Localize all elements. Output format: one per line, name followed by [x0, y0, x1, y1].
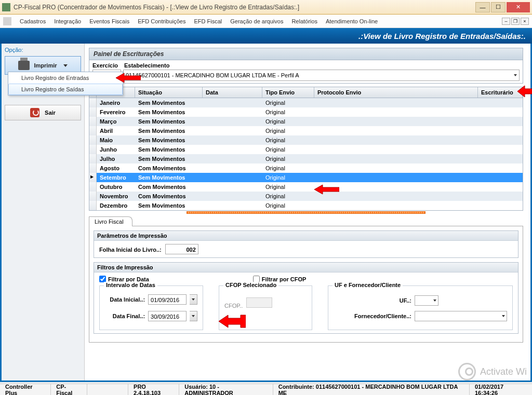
window-minimize-button[interactable]: — [475, 2, 490, 12]
menu-eventos-fiscais[interactable]: Eventos Fiscais [85, 16, 134, 26]
grid-cell-situacao: Sem Movimentos [135, 109, 203, 115]
grid-cell-situacao: Sem Movimentos [135, 100, 203, 106]
svg-marker-2 [219, 315, 246, 328]
grid-header-data[interactable]: Data [203, 87, 262, 98]
sair-button[interactable]: Sair [5, 105, 81, 120]
grid-row[interactable]: AgostoCom MovimentosOriginal [89, 164, 523, 173]
grid-row-indicator [89, 107, 97, 117]
annotation-arrow-icon [517, 85, 532, 98]
annotation-arrow-icon [219, 314, 246, 329]
grid-cell-situacao: Sem Movimentos [135, 202, 203, 209]
grid-row[interactable]: NovembroCom MovimentosOriginal [89, 192, 523, 201]
data-inicial-caret[interactable] [190, 294, 197, 305]
grid-cell-situacao: Sem Movimentos [135, 174, 203, 181]
escrituracoes-grid: Mês Situação Data Tipo Envio Protocolo E… [89, 87, 523, 211]
estabelecimento-label: Estabelecimento [124, 62, 169, 69]
printer-icon [18, 61, 30, 70]
grid-header-escrituario[interactable]: Escriturário [478, 87, 523, 98]
grid-row-indicator [89, 173, 97, 182]
window-titlebar: CP-Fiscal PRO (Concentrador de Movimento… [0, 0, 532, 15]
grid-cell-mes: Junho [97, 146, 135, 153]
grid-cell-situacao: Com Movimentos [135, 193, 203, 199]
data-final-label: Data Final..: [105, 313, 145, 319]
grid-cell-mes: Agosto [97, 165, 135, 171]
grid-row[interactable]: DezembroSem MovimentosOriginal [89, 201, 523, 210]
power-icon [30, 108, 39, 117]
view-header: .:View de Livro Registro de Entradas/Saí… [0, 28, 532, 44]
data-inicial-input[interactable]: 01/09/2016 [148, 294, 187, 305]
mdi-restore-button[interactable]: ❐ [511, 18, 520, 25]
grid-row[interactable]: MaioSem MovimentosOriginal [89, 135, 523, 145]
filtrar-data-label: Filtrar por Data [108, 276, 149, 282]
tab-strip: Livro Fiscal [89, 216, 523, 226]
grid-row-indicator [89, 164, 97, 173]
grid-cell-situacao: Sem Movimentos [135, 128, 203, 134]
menu-efd-contribuicoes[interactable]: EFD Contribuições [134, 16, 190, 26]
grid-row[interactable]: JulhoSem MovimentosOriginal [89, 154, 523, 164]
status-cpfiscal: CP-Fiscal [51, 384, 87, 395]
tab-content: Parâmetros de Impressão Folha Inicial do… [89, 226, 523, 343]
status-controller: Controller Plus [0, 384, 51, 395]
grid-cell-mes: Dezembro [97, 202, 135, 209]
fornecedor-select[interactable] [415, 311, 507, 321]
grid-row[interactable]: SetembroSem MovimentosOriginal [89, 173, 523, 182]
data-final-input[interactable]: 30/09/2016 [148, 311, 187, 321]
grid-row[interactable]: OutubroCom MovimentosOriginal [89, 182, 523, 192]
filtrar-cfop-label: Filtrar por CFOP [262, 276, 307, 282]
grid-cell-tipo: Original [262, 137, 314, 143]
tab-livro-fiscal[interactable]: Livro Fiscal [89, 216, 132, 226]
grid-row[interactable]: AbrilSem MovimentosOriginal [89, 126, 523, 135]
splitter[interactable] [89, 211, 523, 214]
mdi-minimize-button[interactable]: – [502, 18, 510, 25]
grid-cell-mes: Setembro [97, 174, 135, 181]
window-close-button[interactable]: ✕ [507, 2, 530, 12]
grid-row[interactable]: MarçoSem MovimentosOriginal [89, 117, 523, 126]
grid-row-indicator [89, 117, 97, 126]
data-final-caret[interactable] [190, 311, 197, 321]
grid-header-tipo[interactable]: Tipo Envio [262, 87, 314, 98]
grid-cell-mes: Julho [97, 156, 135, 162]
grid-row-indicator [89, 98, 97, 107]
menu-efd-fiscal[interactable]: EFD Fiscal [190, 16, 226, 26]
menu-relatorios[interactable]: Relatórios [287, 16, 322, 26]
annotation-arrow-icon [116, 72, 141, 84]
grid-cell-mes: Março [97, 118, 135, 125]
panel-escrituracoes-header: Painel de Escriturações [89, 48, 523, 60]
grid-cell-mes: Outubro [97, 184, 135, 190]
status-datetime: 01/02/2017 16:34:26 [470, 384, 532, 395]
grid-cell-tipo: Original [262, 184, 314, 190]
grid-row[interactable]: FevereiroSem MovimentosOriginal [89, 107, 523, 117]
folha-inicial-input[interactable]: 002 [165, 244, 198, 254]
estabelecimento-select[interactable]: 01145627000101 - MERCADINHO BOM LUGAR LT… [123, 70, 520, 81]
status-usuario: Usuário: 10 - ADMINISTRADOR [179, 384, 273, 395]
menu-geracao-arquivos[interactable]: Geração de arquivos [226, 16, 287, 26]
grid-row[interactable]: JunhoSem MovimentosOriginal [89, 145, 523, 154]
grid-row[interactable]: JaneiroSem MovimentosOriginal [89, 98, 523, 107]
grid-header-situacao[interactable]: Situação [135, 87, 203, 98]
svg-marker-3 [517, 86, 532, 97]
cfop-title: CFOP Selecionado [223, 282, 278, 288]
imprimir-label: Imprimir [34, 62, 57, 69]
imprimir-dropdown: Livro Registro de Entradas Livro Registr… [8, 72, 123, 96]
menu-atendimento-online[interactable]: Atendimento On-line [322, 16, 382, 26]
uf-select[interactable] [415, 295, 438, 306]
menu-integracao[interactable]: Integração [50, 16, 85, 26]
grid-cell-situacao: Sem Movimentos [135, 156, 203, 162]
grid-header-protocolo[interactable]: Protocolo Envio [314, 87, 478, 98]
grid-cell-mes: Fevereiro [97, 109, 135, 115]
dropdown-item-saidas[interactable]: Livro Registro de Saídas [8, 84, 123, 95]
window-maximize-button[interactable]: ☐ [491, 2, 506, 12]
mdi-close-button[interactable]: × [521, 18, 529, 25]
dropdown-item-entradas[interactable]: Livro Registro de Entradas [8, 72, 123, 84]
content-area: Painel de Escriturações Exercício Estabe… [85, 44, 530, 380]
grid-row-indicator [89, 192, 97, 201]
annotation-arrow-icon [314, 184, 339, 195]
intervalo-datas-group: Intervalo de Datas Data Inicial..: 01/09… [99, 285, 203, 330]
document-icon [3, 17, 11, 25]
cfop-input [246, 297, 272, 308]
uf-group: UF e Fornecedor/Cliente UF..: Fornecedor… [328, 285, 513, 330]
svg-marker-1 [314, 185, 339, 194]
grid-cell-tipo: Original [262, 174, 314, 181]
menu-cadastros[interactable]: Cadastros [16, 16, 50, 26]
panel-escrituracoes-body: Exercício Estabelecimento 01145627000101… [89, 60, 523, 84]
